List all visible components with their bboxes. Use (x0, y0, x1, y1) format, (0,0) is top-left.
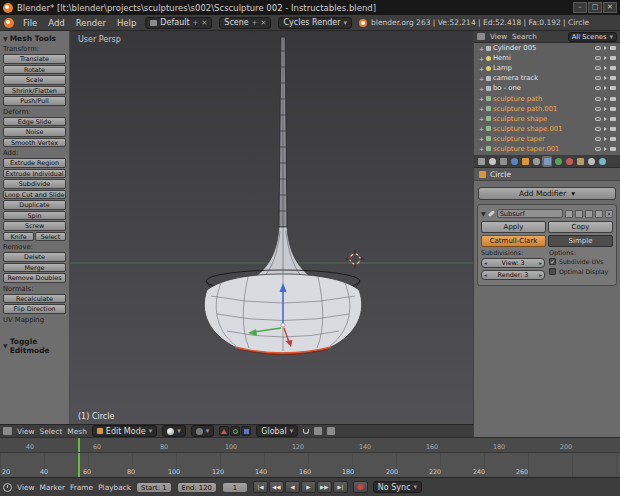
blender-logo-icon[interactable] (4, 18, 14, 28)
tab-particles[interactable] (586, 156, 596, 167)
outliner-item[interactable]: + sculpture shape.001 (474, 124, 620, 134)
expand-icon[interactable]: + (479, 115, 484, 122)
menu-help[interactable]: Help (115, 18, 138, 28)
play-button[interactable]: ▶ (301, 481, 316, 493)
push-pull-button[interactable]: Push/Pull (3, 96, 66, 106)
flip-direction-button[interactable]: Flip Direction (3, 304, 66, 314)
snap-magnet-icon[interactable] (303, 429, 309, 434)
duplicate-button[interactable]: Duplicate (3, 200, 66, 210)
modifier-name-field[interactable]: Subsurf (497, 209, 563, 218)
renderability-camera-icon[interactable] (610, 117, 616, 121)
scene-select[interactable]: Scene + ✕ (219, 17, 271, 29)
catmull-clark-toggle[interactable]: Catmull-Clark (481, 235, 546, 247)
renderability-camera-icon[interactable] (610, 46, 616, 50)
mesh-tools-panel-header[interactable]: ▼ Mesh Tools (3, 34, 66, 43)
view3d-menu-select[interactable]: Select (40, 427, 63, 436)
timeline-menu-playback[interactable]: Playback (98, 483, 131, 492)
start-frame-field[interactable]: Start: 1 (136, 482, 171, 493)
checkbox-checked-icon[interactable]: ✓ (549, 258, 556, 265)
visibility-eye-icon[interactable] (595, 107, 601, 111)
scale-manipulator-toggle[interactable] (241, 426, 251, 436)
timeline-strip-upper[interactable]: 40 60 80 100 120 140 160 180 200 (0, 437, 620, 452)
maximize-button[interactable]: □ (588, 2, 602, 13)
rotate-manipulator-toggle[interactable] (230, 426, 240, 436)
subdivide-button[interactable]: Subdivide (3, 179, 66, 189)
visibility-eye-icon[interactable] (595, 56, 601, 60)
playhead[interactable] (78, 438, 80, 452)
subdivide-uvs-checkbox[interactable]: ✓ Subdivide UVs (549, 258, 613, 265)
modifier-edit-toggle-icon[interactable] (585, 210, 593, 218)
selectability-arrow-icon[interactable] (604, 147, 607, 151)
timeline-menu-frame[interactable]: Frame (70, 483, 93, 492)
expand-icon[interactable]: + (479, 105, 484, 112)
spin-button[interactable]: Spin (3, 211, 66, 221)
delete-scene-icon[interactable]: ✕ (261, 19, 267, 27)
render-opengl-icon[interactable] (327, 427, 335, 435)
selectability-arrow-icon[interactable] (604, 127, 607, 131)
viewport-canvas[interactable] (70, 31, 473, 424)
outliner-item[interactable]: + sculpture path (474, 93, 620, 103)
translate-manipulator-toggle[interactable] (219, 426, 229, 436)
outliner-item[interactable]: + Lamp (474, 63, 620, 73)
renderability-camera-icon[interactable] (610, 107, 616, 111)
view3d-menu-view[interactable]: View (17, 427, 35, 436)
tab-constraints[interactable] (531, 156, 541, 167)
jump-to-start-button[interactable]: |◀ (253, 481, 268, 493)
editor-type-icon[interactable] (3, 427, 12, 435)
minimize-button[interactable]: – (573, 2, 587, 13)
selectability-arrow-icon[interactable] (604, 97, 607, 101)
remove-doubles-button[interactable]: Remove Doubles (3, 273, 66, 283)
delete-button[interactable]: Delete (3, 252, 66, 262)
tab-texture[interactable] (575, 156, 585, 167)
expand-icon[interactable]: + (479, 135, 484, 142)
outliner-item[interactable]: + sculpture taper (474, 134, 620, 144)
expand-icon[interactable]: + (479, 145, 484, 152)
modifier-view-toggle-icon[interactable] (575, 210, 583, 218)
loop-cut-button[interactable]: Loop Cut and Slide (3, 190, 66, 200)
knife-button[interactable]: Knife (3, 232, 34, 242)
visibility-eye-icon[interactable] (595, 46, 601, 50)
renderability-camera-icon[interactable] (610, 147, 616, 151)
renderability-camera-icon[interactable] (610, 66, 616, 70)
selectability-arrow-icon[interactable] (604, 66, 607, 70)
checkbox-unchecked-icon[interactable] (549, 268, 556, 275)
timeline-editor-icon[interactable] (3, 483, 12, 492)
view3d-menu-mesh[interactable]: Mesh (67, 427, 86, 436)
mode-select[interactable]: Edit Mode ▾ (92, 425, 157, 437)
scale-button[interactable]: Scale (3, 75, 66, 85)
expand-icon[interactable]: + (479, 85, 484, 92)
screen-layout-select[interactable]: Default + ✕ (145, 17, 212, 29)
renderability-camera-icon[interactable] (610, 56, 616, 60)
selectability-arrow-icon[interactable] (604, 46, 607, 50)
modifier-render-toggle-icon[interactable] (565, 210, 573, 218)
visibility-eye-icon[interactable] (595, 76, 601, 80)
copy-button[interactable]: Copy (548, 221, 613, 233)
extrude-individual-button[interactable]: Extrude Individual (3, 169, 66, 179)
transform-orientation-select[interactable]: Global ▾ (256, 425, 298, 437)
outliner-item[interactable]: + Hemi (474, 53, 620, 63)
tab-object[interactable] (520, 156, 530, 167)
playhead[interactable] (78, 453, 80, 477)
timeline-strip-lower[interactable]: 20 40 60 80 100 120 140 160 180 200 220 … (0, 452, 620, 477)
jump-to-end-button[interactable]: ▶| (333, 481, 348, 493)
visibility-eye-icon[interactable] (595, 66, 601, 70)
modifier-move-up-icon[interactable] (595, 210, 603, 218)
expand-icon[interactable]: + (479, 45, 484, 52)
extrude-region-button[interactable]: Extrude Region (3, 158, 66, 168)
outliner-item[interactable]: + camera track (474, 73, 620, 83)
sync-mode-select[interactable]: No Sync ▾ (373, 481, 422, 493)
auto-keyframe-record-button[interactable]: ● (353, 481, 368, 493)
merge-button[interactable]: Merge (3, 263, 66, 273)
noise-button[interactable]: Noise (3, 127, 66, 137)
pivot-point-select[interactable]: ▾ (191, 425, 215, 437)
outliner-scope-select[interactable]: All Scenes ▾ (568, 32, 617, 42)
editor-type-icon[interactable] (477, 33, 485, 40)
simple-toggle[interactable]: Simple (548, 235, 613, 247)
toggle-editmode-panel-header[interactable]: ▼ Toggle Editmode (3, 337, 66, 355)
expand-icon[interactable]: + (479, 65, 484, 72)
renderability-camera-icon[interactable] (610, 86, 616, 90)
panel-expand-icon[interactable]: ▼ (3, 35, 8, 42)
selectability-arrow-icon[interactable] (604, 56, 607, 60)
tab-world[interactable] (509, 156, 519, 167)
3d-viewport[interactable]: User Persp (1) Circle (70, 31, 473, 424)
